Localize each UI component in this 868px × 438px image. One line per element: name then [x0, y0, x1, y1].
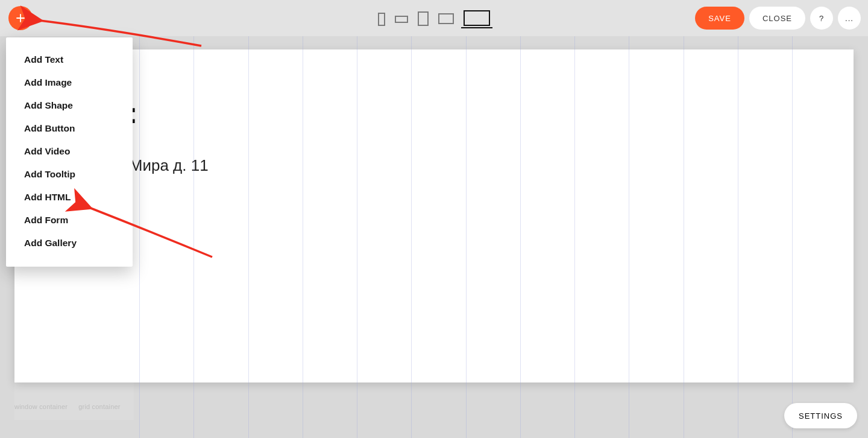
add-menu-item-tooltip[interactable]: Add Tooltip: [6, 163, 133, 186]
add-menu-item-form[interactable]: Add Form: [6, 209, 133, 232]
footer-label-window: window container: [14, 403, 68, 410]
grid-col: [466, 36, 520, 438]
save-button[interactable]: SAVE: [695, 7, 744, 30]
grid-col: [248, 36, 303, 438]
grid-overlay: [139, 36, 793, 438]
grid-col: [411, 36, 465, 438]
grid-col: [738, 36, 793, 438]
toolbar-actions: SAVE CLOSE ? ...: [695, 7, 861, 30]
device-tablet-portrait-icon[interactable]: [418, 11, 429, 26]
device-tablet-landscape-icon[interactable]: [438, 13, 454, 24]
grid-col: [357, 36, 411, 438]
add-menu-item-text[interactable]: Add Text: [6, 48, 133, 71]
plus-icon: [15, 13, 26, 24]
grid-col: [193, 36, 248, 438]
device-phone-landscape-icon[interactable]: [395, 16, 408, 23]
footer-label-grid: grid container: [78, 403, 120, 410]
add-menu-item-image[interactable]: Add Image: [6, 71, 133, 94]
grid-col: [629, 36, 683, 438]
add-menu-item-gallery[interactable]: Add Gallery: [6, 232, 133, 255]
help-button[interactable]: ?: [810, 7, 833, 30]
add-menu-item-html[interactable]: Add HTML: [6, 186, 133, 209]
settings-button[interactable]: SETTINGS: [784, 403, 857, 428]
close-button[interactable]: CLOSE: [749, 7, 805, 30]
grid-col: [574, 36, 629, 438]
footer-labels: window container grid container: [14, 403, 121, 410]
add-menu-item-shape[interactable]: Add Shape: [6, 94, 133, 117]
more-button[interactable]: ...: [838, 7, 861, 30]
device-switcher: [378, 10, 490, 26]
device-desktop-icon[interactable]: [464, 10, 490, 26]
grid-col: [303, 36, 357, 438]
add-element-menu: Add Text Add Image Add Shape Add Button …: [6, 37, 133, 267]
grid-col: [684, 36, 738, 438]
add-menu-item-video[interactable]: Add Video: [6, 140, 133, 163]
add-menu-item-button[interactable]: Add Button: [6, 117, 133, 140]
top-toolbar: SAVE CLOSE ? ...: [0, 0, 868, 36]
device-phone-portrait-icon[interactable]: [378, 13, 385, 26]
grid-col: [139, 36, 193, 438]
grid-col: [520, 36, 574, 438]
add-element-button[interactable]: [8, 6, 33, 30]
